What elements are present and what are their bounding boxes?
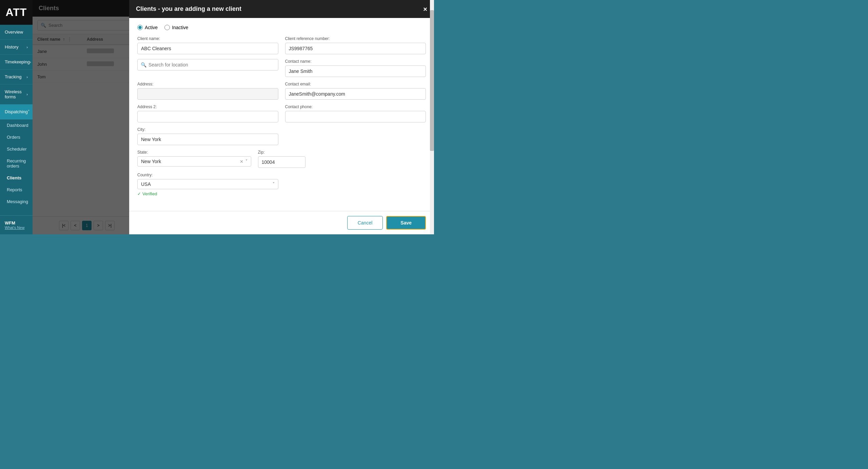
state-select[interactable]: New York ✕ ˅	[137, 156, 251, 167]
sidebar-item-label: Dashboard	[7, 123, 28, 128]
city-field: City:	[137, 127, 278, 145]
inactive-label: Inactive	[172, 25, 188, 30]
cancel-button[interactable]: Cancel	[347, 216, 383, 230]
contact-name-field: Contact name:	[285, 59, 426, 77]
address2-input[interactable]	[137, 111, 278, 122]
location-search-input[interactable]	[137, 59, 278, 71]
sidebar-item-timekeeping[interactable]: Timekeeping ›	[0, 55, 33, 70]
chevron-down-icon: ˅	[28, 110, 30, 114]
sidebar-item-label: Messaging	[7, 199, 28, 204]
chevron-right-icon: ›	[26, 45, 28, 49]
state-value: New York	[141, 159, 240, 164]
sidebar-item-label: Reports	[7, 187, 22, 192]
sidebar-item-recurring-orders[interactable]: Recurring orders	[0, 155, 33, 172]
contact-email-field: Contact email:	[285, 82, 426, 100]
verified-badge: ✓ Verified	[137, 191, 278, 196]
sidebar-item-label: Dispatching	[5, 109, 28, 114]
contact-name-input[interactable]	[285, 65, 426, 77]
sidebar-item-messaging[interactable]: Messaging	[0, 196, 33, 208]
contact-phone-field: Contact phone:	[285, 104, 426, 122]
sidebar-item-label: Tracking	[5, 74, 21, 79]
country-field: Country: USA ˅ ✓ Verified	[137, 173, 278, 196]
state-clear-icon[interactable]: ✕	[240, 159, 243, 164]
form-row-7: Country: USA ˅ ✓ Verified	[137, 173, 426, 196]
add-client-modal: Clients - you are adding a new client × …	[129, 0, 434, 234]
sidebar-item-tracking[interactable]: Tracking ›	[0, 70, 33, 84]
zip-field: Zip:	[258, 150, 305, 168]
sidebar-item-label: Scheduler	[7, 146, 27, 152]
form-row-6: State: New York ✕ ˅ Zip:	[137, 150, 426, 168]
sidebar-item-label: Overview	[5, 30, 23, 35]
modal-scrollbar-thumb	[430, 10, 434, 151]
form-row-4: Address 2: Contact phone:	[137, 104, 426, 122]
modal-footer: Cancel Save	[129, 211, 434, 234]
country-value: USA	[141, 181, 273, 187]
sidebar: ATT Overview History › Timekeeping › Tra…	[0, 0, 33, 234]
sidebar-item-label: Orders	[7, 135, 20, 140]
chevron-down-icon[interactable]: ˅	[245, 159, 248, 164]
sidebar-bottom: WFM What's New	[0, 215, 33, 234]
client-name-input[interactable]	[137, 43, 278, 54]
address2-field: Address 2:	[137, 104, 278, 122]
sidebar-bottom-line1: WFM	[5, 220, 28, 226]
modal-header: Clients - you are adding a new client ×	[129, 0, 434, 18]
location-search-wrap: 🔍	[137, 59, 278, 71]
location-search-icon: 🔍	[141, 62, 146, 67]
sidebar-item-overview[interactable]: Overview	[0, 25, 33, 40]
sidebar-item-label: Wireless forms	[5, 89, 26, 99]
inactive-radio-label[interactable]: Inactive	[164, 25, 188, 30]
inactive-radio[interactable]	[164, 25, 170, 30]
address2-label: Address 2:	[137, 104, 278, 109]
active-radio[interactable]	[137, 25, 143, 30]
sidebar-item-label: History	[5, 44, 18, 50]
chevron-right-icon: ›	[26, 75, 28, 79]
modal-title: Clients - you are adding a new client	[136, 5, 241, 13]
contact-phone-input[interactable]	[285, 111, 426, 122]
sidebar-bottom-line2[interactable]: What's New	[5, 226, 28, 230]
sidebar-item-label: Timekeeping	[5, 59, 30, 64]
form-row-5: City:	[137, 127, 426, 145]
form-row-1: Client name: Client reference number:	[137, 36, 426, 54]
form-row-3: Address: Contact email:	[137, 82, 426, 100]
sidebar-item-wireless-forms[interactable]: Wireless forms ›	[0, 84, 33, 104]
main-content: Clients ⋮ 🔍 Client name ↑ ⋮ Address Jane…	[33, 0, 434, 234]
city-label: City:	[137, 127, 278, 132]
contact-email-input[interactable]	[285, 88, 426, 100]
country-label: Country:	[137, 173, 278, 177]
client-ref-input[interactable]	[285, 43, 426, 54]
sidebar-item-history[interactable]: History ›	[0, 40, 33, 55]
state-field: State: New York ✕ ˅	[137, 150, 251, 168]
spacer-col-2	[312, 150, 426, 168]
save-button[interactable]: Save	[386, 216, 426, 230]
state-label: State:	[137, 150, 251, 155]
sidebar-item-scheduler[interactable]: Scheduler	[0, 143, 33, 155]
zip-label: Zip:	[258, 150, 305, 155]
sidebar-item-dashboard[interactable]: Dashboard	[0, 119, 33, 131]
check-icon: ✓	[137, 191, 141, 196]
client-ref-field: Client reference number:	[285, 36, 426, 54]
contact-phone-label: Contact phone:	[285, 104, 426, 109]
spacer-col	[285, 127, 426, 145]
sidebar-item-label: Clients	[7, 175, 21, 180]
modal-close-button[interactable]: ×	[423, 6, 427, 13]
sidebar-item-reports[interactable]: Reports	[0, 184, 33, 196]
form-row-2: 🔍 Contact name:	[137, 59, 426, 77]
sidebar-item-label: Recurring orders	[7, 158, 26, 169]
chevron-down-icon[interactable]: ˅	[273, 182, 275, 187]
status-radio-group: Active Inactive	[137, 25, 426, 30]
address-input[interactable]	[137, 88, 278, 100]
modal-scrollbar	[430, 0, 434, 234]
client-name-field: Client name:	[137, 36, 278, 54]
city-input[interactable]	[137, 134, 278, 145]
sidebar-item-dispatching[interactable]: Dispatching ˅	[0, 104, 33, 119]
sidebar-item-clients[interactable]: Clients	[0, 172, 33, 184]
contact-name-label: Contact name:	[285, 59, 426, 64]
sidebar-item-orders[interactable]: Orders	[0, 131, 33, 143]
location-search-field: 🔍	[137, 59, 278, 77]
zip-input[interactable]	[258, 156, 305, 168]
country-select[interactable]: USA ˅	[137, 179, 278, 189]
app-logo: ATT	[0, 0, 33, 25]
verified-label: Verified	[142, 191, 157, 196]
active-radio-label[interactable]: Active	[137, 25, 158, 30]
address-field: Address:	[137, 82, 278, 100]
